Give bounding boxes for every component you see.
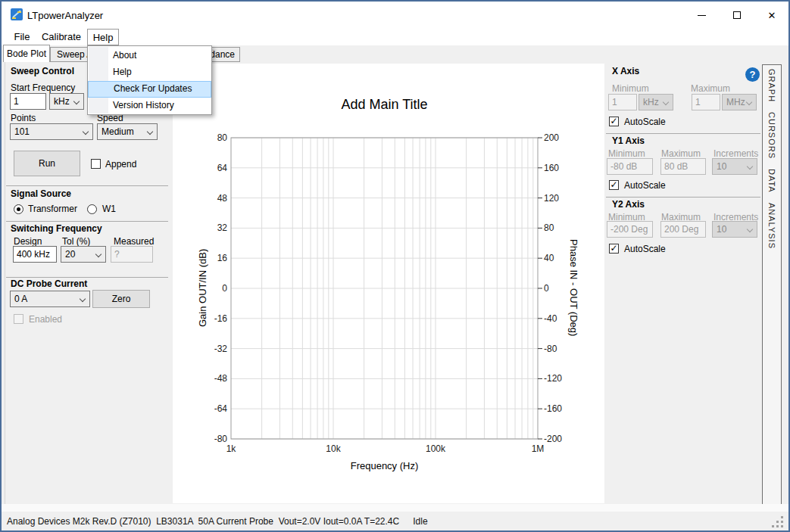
chevron-down-icon: [147, 129, 153, 135]
tol-combo[interactable]: 20: [61, 246, 106, 263]
tol-label: Tol (%): [62, 236, 90, 247]
enabled-label: Enabled: [29, 314, 62, 325]
x-tick-label: 100k: [426, 443, 446, 454]
y1-tick-label: 0: [222, 283, 227, 294]
speed-combo[interactable]: Medium: [97, 123, 158, 140]
side-tab-analysis[interactable]: ANALYSIS: [767, 203, 776, 249]
design-input[interactable]: [13, 246, 57, 263]
x-max-unit-combo[interactable]: MHz: [722, 94, 757, 110]
menu-calibrate[interactable]: Calibrate: [38, 29, 85, 45]
menu-item-about[interactable]: About: [88, 48, 211, 64]
sweep-control-title: Sweep Control: [11, 66, 74, 76]
y2-tick-label: 160: [544, 163, 559, 173]
bottom-band: [2, 504, 788, 512]
w1-label: W1: [102, 204, 116, 214]
side-tab-cursors[interactable]: CURSORS: [767, 112, 776, 159]
x-min-unit-combo[interactable]: kHz: [639, 94, 673, 110]
x-max-input[interactable]: [692, 94, 720, 110]
x-max-label: Maximum: [691, 83, 730, 94]
chevron-down-icon: [746, 99, 752, 105]
x-autoscale-label: AutoScale: [624, 117, 666, 127]
y1-tick-label: 16: [217, 253, 228, 263]
y1-tick-label: -80: [214, 434, 228, 444]
status-bar: Analog Devices M2k Rev.D (Z7010) LB3031A…: [2, 512, 788, 530]
menu-help[interactable]: Help: [87, 29, 119, 45]
close-icon: ✕: [768, 10, 776, 21]
switching-frequency-title: Switching Frequency: [11, 223, 102, 234]
y2-min-input[interactable]: [607, 221, 653, 238]
y2-tick-label: -120: [544, 373, 562, 384]
help-dropdown-menu: About Help Check For Updates Version His…: [87, 45, 212, 115]
y2-axis-title: Y2 Axis: [612, 199, 645, 210]
tab-bode-plot[interactable]: Bode Plot: [3, 45, 50, 62]
menu-item-check-for-updates[interactable]: Check For Updates: [88, 81, 211, 98]
chart-title: Add Main Title: [231, 97, 538, 113]
y1-increments-label: Increments: [713, 148, 758, 159]
x-min-input[interactable]: [608, 94, 637, 110]
check-icon: ✓: [610, 116, 617, 126]
separator: [606, 197, 760, 198]
y1-autoscale-checkbox[interactable]: ✓: [609, 180, 619, 190]
design-label: Design: [14, 236, 42, 247]
points-combo[interactable]: 101: [10, 123, 93, 140]
y2-autoscale-label: AutoScale: [624, 244, 666, 254]
minimize-button[interactable]: [684, 2, 719, 29]
x-min-label: Minimum: [612, 83, 649, 94]
chevron-down-icon: [95, 251, 101, 257]
transformer-radio[interactable]: [14, 204, 23, 214]
zero-button[interactable]: Zero: [92, 290, 150, 308]
resize-grip-icon[interactable]: [781, 525, 783, 527]
measured-input[interactable]: [111, 246, 153, 263]
y2-tick-label: 0: [544, 283, 549, 294]
points-label: Points: [11, 113, 36, 123]
x-autoscale-checkbox[interactable]: ✓: [609, 117, 619, 126]
dc-probe-title: DC Probe Current: [11, 278, 87, 289]
y1-min-input[interactable]: [607, 158, 653, 175]
minimize-icon: [698, 15, 706, 16]
separator: [6, 277, 168, 278]
y1-tick-label: -64: [214, 403, 228, 414]
menu-file[interactable]: File: [11, 29, 33, 45]
y2-tick-label: 80: [544, 222, 554, 233]
side-tab-graph[interactable]: GRAPH: [767, 69, 776, 102]
y1-autoscale-label: AutoScale: [624, 180, 666, 191]
signal-source-title: Signal Source: [11, 188, 71, 199]
y1-tick-label: -48: [214, 373, 228, 384]
y1-axis-label: Gain OUT/IN (dB): [194, 212, 211, 363]
run-button[interactable]: Run: [14, 151, 80, 176]
start-frequency-unit-combo[interactable]: kHz: [49, 93, 84, 110]
y1-max-input[interactable]: [660, 158, 706, 175]
y2-tick-label: 200: [544, 132, 559, 143]
y2-max-input[interactable]: [660, 221, 706, 238]
y2-tick-label: -40: [544, 313, 557, 324]
x-tick-label: 10k: [326, 443, 341, 454]
start-frequency-input[interactable]: [10, 93, 46, 110]
side-tab-data[interactable]: DATA: [767, 169, 776, 193]
menu-item-help[interactable]: Help: [88, 64, 211, 81]
chevron-down-icon: [747, 163, 753, 170]
y1-increments-combo[interactable]: 10: [712, 158, 757, 175]
chevron-down-icon: [83, 129, 89, 135]
menu-item-version-history[interactable]: Version History: [88, 98, 211, 114]
status-text: Analog Devices M2k Rev.D (Z7010) LB3031A…: [7, 516, 399, 527]
separator: [6, 221, 168, 222]
dc-probe-current-combo[interactable]: 0 A: [10, 291, 90, 307]
app-icon: [11, 8, 23, 20]
help-icon[interactable]: ?: [745, 67, 760, 82]
append-checkbox[interactable]: [91, 159, 101, 169]
maximize-button[interactable]: [720, 2, 754, 29]
w1-radio[interactable]: [87, 204, 97, 214]
y2-autoscale-checkbox[interactable]: ✓: [609, 244, 619, 254]
y2-increments-combo[interactable]: 10: [712, 221, 757, 238]
enabled-checkbox[interactable]: [14, 314, 23, 324]
y1-axis-title: Y1 Axis: [612, 135, 645, 146]
ltpoweranalyzer-window: LTpowerAnalyzer ✕ File Calibrate Help Bo…: [0, 0, 790, 532]
measured-label: Measured: [114, 236, 154, 247]
y1-max-label: Maximum: [661, 148, 701, 159]
x-axis-label: Frequency (Hz): [231, 460, 538, 471]
side-tab-strip: GRAPH CURSORS DATA ANALYSIS: [762, 64, 782, 505]
close-button[interactable]: ✕: [754, 2, 789, 29]
check-icon: ✓: [610, 179, 617, 190]
transformer-label: Transformer: [28, 204, 77, 214]
append-label: Append: [105, 159, 136, 170]
